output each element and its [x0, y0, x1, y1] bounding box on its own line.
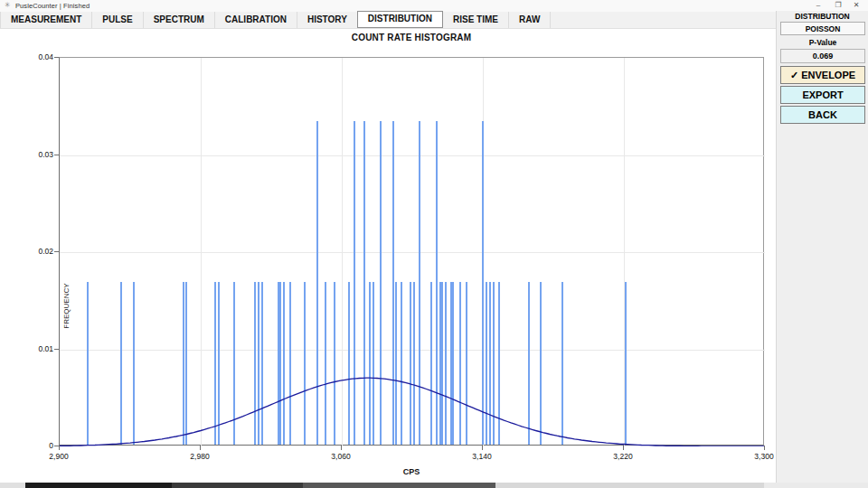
panel-title: DISTRIBUTION [777, 12, 868, 21]
tab-bar: MEASUREMENTPULSESPECTRUMCALIBRATIONHISTO… [0, 12, 776, 29]
side-panel: DISTRIBUTION POISSON P-Value 0.069 ✓ ENV… [776, 11, 868, 488]
tab-spectrum[interactable]: SPECTRUM [144, 12, 215, 28]
tab-pulse[interactable]: PULSE [92, 12, 143, 28]
maximize-button[interactable]: ❐ [828, 0, 848, 11]
x-tick-label: 3,140 [459, 452, 505, 461]
y-tick [54, 155, 59, 155]
x-tick [482, 446, 483, 450]
envelope-toggle-button[interactable]: ✓ ENVELOPE [780, 66, 865, 84]
x-tick [341, 446, 342, 450]
tab-distribution[interactable]: DISTRIBUTION [357, 11, 443, 28]
app-window: ✳ PusleCounter | Finished – ❐ ✕ MEASUREM… [0, 0, 868, 488]
y-tick-label: 0.03 [17, 150, 53, 159]
x-axis-title: CPS [59, 467, 764, 476]
x-tick [59, 446, 60, 450]
x-tick [623, 446, 624, 450]
y-tick-label: 0 [17, 441, 53, 450]
y-axis-title: FREQUENCY [62, 272, 71, 341]
taskbar-edge [0, 483, 25, 488]
y-tick [54, 251, 59, 252]
x-tick-label: 2,900 [36, 452, 81, 461]
minimize-button[interactable]: – [808, 0, 828, 11]
p-value-readout: 0.069 [780, 49, 865, 63]
app-icon: ✳ [5, 1, 11, 9]
tab-measurement[interactable]: MEASUREMENT [0, 12, 92, 28]
window-title: PusleCounter | Finished [15, 2, 90, 10]
taskbar-edge [303, 483, 495, 488]
taskbar-edge [172, 483, 303, 488]
back-button[interactable]: BACK [780, 106, 865, 124]
y-tick [54, 57, 59, 58]
export-button[interactable]: EXPORT [780, 86, 865, 104]
y-tick-label: 0.01 [17, 344, 53, 353]
plot-area [59, 57, 764, 446]
x-tick-label: 3,300 [741, 452, 787, 461]
tab-raw[interactable]: RAW [509, 12, 551, 28]
p-value-label: P-Value [780, 38, 865, 48]
tab-calibration[interactable]: CALIBRATION [215, 12, 297, 28]
chart-title: COUNT RATE HISTOGRAM [59, 33, 764, 42]
tab-rise-time[interactable]: RISE TIME [443, 12, 509, 28]
plot-wrap: FREQUENCY 00.010.020.030.042,9002,9803,0… [59, 57, 764, 446]
x-tick-label: 3,060 [318, 452, 363, 461]
x-tick [200, 446, 201, 450]
x-tick-label: 3,220 [600, 452, 646, 461]
tab-history[interactable]: HISTORY [297, 12, 358, 28]
y-tick-label: 0.04 [17, 52, 53, 61]
poisson-button[interactable]: POISSON [780, 22, 865, 35]
close-button[interactable]: ✕ [846, 0, 866, 11]
x-tick-label: 2,980 [177, 452, 222, 461]
x-tick [764, 446, 765, 450]
y-tick-label: 0.02 [17, 247, 53, 256]
taskbar-edge [495, 483, 764, 488]
envelope-curve [60, 58, 765, 446]
taskbar-edge [764, 483, 868, 488]
y-tick [54, 349, 59, 350]
taskbar-edge [25, 483, 172, 488]
